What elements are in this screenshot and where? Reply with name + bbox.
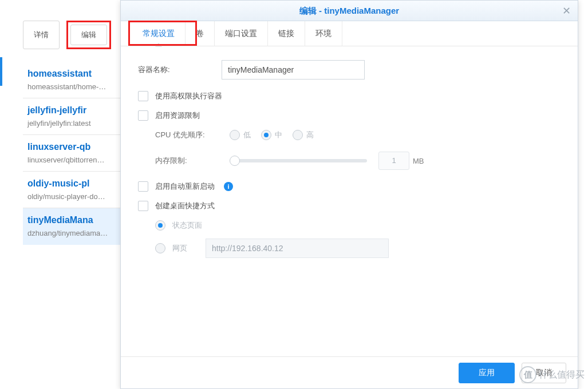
container-name-label: 容器名称:	[138, 65, 222, 75]
close-icon[interactable]: ✕	[562, 1, 571, 21]
info-icon[interactable]: i	[224, 182, 233, 191]
memory-unit: MB	[413, 157, 424, 165]
modal-header: 编辑 - tinyMediaManager ✕	[121, 1, 578, 21]
resource-limit-checkbox[interactable]	[138, 110, 148, 121]
memory-limit-label: 内存限制:	[155, 156, 230, 166]
cpu-high-radio[interactable]: 高	[293, 130, 314, 140]
cpu-mid-radio[interactable]: 中	[261, 130, 282, 140]
cpu-priority-label: CPU 优先顺序:	[155, 130, 230, 140]
watermark-text: 什么值得买	[539, 369, 585, 381]
slider-thumb[interactable]	[230, 156, 240, 166]
watermark: 值 什么值得买	[519, 366, 585, 383]
memory-value-box: 1	[378, 152, 409, 170]
cpu-priority-group: 低 中 高	[230, 130, 314, 140]
edit-button[interactable]: 编辑	[70, 25, 107, 45]
tab-volume[interactable]: 卷	[186, 21, 215, 46]
create-shortcut-checkbox[interactable]	[138, 201, 148, 211]
resource-limit-label: 启用资源限制	[155, 110, 200, 121]
tab-env[interactable]: 环境	[305, 21, 342, 46]
modal-title: 编辑 - tinyMediaManager	[299, 6, 399, 15]
shortcut-status-label: 状态页面	[172, 220, 202, 231]
tab-link[interactable]: 链接	[268, 21, 305, 46]
apply-button[interactable]: 应用	[459, 363, 515, 383]
create-shortcut-label: 创建桌面快捷方式	[155, 201, 215, 211]
tab-general[interactable]: 常规设置	[132, 21, 186, 46]
privileged-checkbox[interactable]	[138, 91, 148, 101]
cpu-low-radio[interactable]: 低	[230, 130, 251, 140]
details-button[interactable]: 详情	[23, 21, 60, 49]
modal-footer: 应用 取消	[121, 356, 578, 388]
edit-modal: 编辑 - tinyMediaManager ✕ 常规设置 卷 端口设置 链接 环…	[120, 0, 578, 389]
modal-tabs: 常规设置 卷 端口设置 链接 环境	[121, 21, 578, 46]
container-name-input[interactable]	[222, 60, 365, 80]
watermark-logo-icon: 值	[519, 366, 536, 383]
memory-slider[interactable]	[230, 159, 367, 162]
auto-restart-label: 启用自动重新启动	[155, 181, 215, 192]
auto-restart-checkbox[interactable]	[138, 181, 148, 192]
shortcut-web-radio[interactable]	[155, 243, 165, 253]
shortcut-web-label: 网页	[172, 243, 199, 253]
tab-port[interactable]: 端口设置	[215, 21, 268, 46]
shortcut-status-radio[interactable]	[155, 220, 165, 231]
modal-body: 容器名称: 使用高权限执行容器 启用资源限制 CPU 优先顺序: 低	[121, 46, 578, 356]
edit-highlight-box: 编辑	[66, 21, 111, 49]
privileged-label: 使用高权限执行容器	[155, 91, 222, 101]
shortcut-url-input[interactable]	[206, 239, 389, 258]
